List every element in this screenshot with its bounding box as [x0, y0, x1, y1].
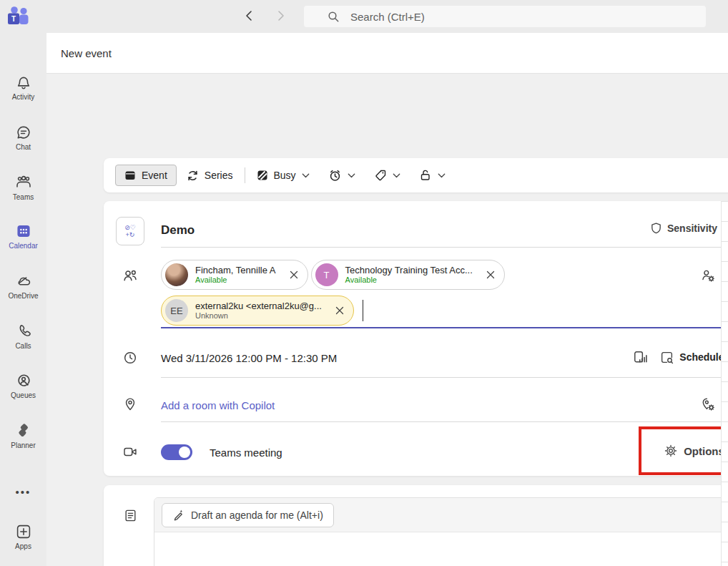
editor-header: Draft an agenda for me (Alt+i)	[154, 498, 728, 532]
sidebar-item-teams[interactable]: Teams	[0, 173, 46, 201]
show-as-busy-dropdown[interactable]: Busy	[257, 170, 310, 181]
search-box[interactable]	[304, 6, 706, 27]
people-group-icon	[0, 173, 46, 192]
category-dropdown[interactable]	[374, 169, 400, 182]
row-divider	[161, 421, 728, 422]
availability-button[interactable]	[633, 350, 647, 364]
options-label: Options	[684, 445, 724, 457]
sidebar-item-planner[interactable]: Planner	[0, 421, 46, 449]
datetime-field[interactable]: Wed 3/11/2026 12:00 PM - 12:30 PM	[161, 352, 337, 364]
attendee-name: Fincham, Tennille A	[195, 265, 276, 275]
svg-text:T: T	[11, 15, 16, 23]
sidebar-label: Queues	[0, 391, 46, 399]
event-title-field[interactable]: Demo	[161, 223, 195, 238]
sidebar-item-calls[interactable]: Calls	[0, 322, 46, 350]
teams-meeting-label: Teams meeting	[210, 447, 282, 459]
attendees-icon	[123, 268, 138, 283]
attendee-pill-external[interactable]: EE external2ku <external2ku@g... Unknown	[161, 296, 354, 326]
description-editor[interactable]: Draft an agenda for me (Alt+i) A	[154, 497, 728, 566]
annotation-highlight: Options	[639, 426, 728, 475]
sidebar-label: Calendar	[0, 242, 46, 250]
attendee-pill[interactable]: Fincham, Tennille A Available	[161, 260, 308, 290]
shield-icon	[650, 222, 662, 235]
scheduler-icon	[660, 351, 674, 364]
attendee-pill[interactable]: T Technology Training Test Acc... Availa…	[311, 260, 505, 290]
sensitivity-label: Sensitivity	[667, 223, 717, 234]
meeting-options-button[interactable]: Options	[664, 444, 724, 457]
camera-icon	[123, 445, 138, 459]
location-pin-icon	[123, 397, 137, 411]
alarm-icon	[328, 169, 342, 182]
more-icon: •••	[0, 482, 46, 501]
sidebar-item-calendar[interactable]: Calendar	[0, 222, 46, 250]
teams-logo-icon: T	[6, 5, 31, 28]
avatar: T	[315, 263, 338, 286]
teams-meeting-toggle[interactable]	[161, 444, 192, 460]
add-room-copilot-link[interactable]: Add a room with Copilot	[161, 399, 275, 411]
draft-agenda-button[interactable]: Draft an agenda for me (Alt+i)	[162, 503, 334, 527]
copilot-pen-icon	[172, 509, 185, 521]
chevron-down-icon	[438, 173, 446, 178]
page-header: New event	[46, 33, 728, 74]
remove-attendee-button[interactable]	[289, 270, 299, 280]
tab-event[interactable]: Event	[115, 165, 177, 186]
avatar	[165, 263, 188, 286]
scheduler-button[interactable]: Scheduler	[660, 351, 728, 364]
sidebar-item-apps[interactable]: Apps	[0, 522, 46, 550]
back-button[interactable]	[243, 9, 256, 22]
row-divider	[161, 247, 728, 248]
sidebar-item-onedrive[interactable]: OneDrive	[0, 272, 46, 300]
toolbar-divider	[245, 167, 245, 183]
sidebar-label: Teams	[0, 193, 46, 201]
sidebar-item-chat[interactable]: Chat	[0, 123, 46, 151]
close-icon	[289, 270, 299, 280]
event-calendar-icon	[124, 170, 136, 181]
chevron-down-icon	[393, 173, 400, 178]
attendee-name: Technology Training Test Acc...	[345, 265, 473, 275]
clock-icon	[123, 351, 137, 365]
repeat-icon	[187, 170, 199, 182]
remove-attendee-button[interactable]	[486, 270, 496, 280]
event-form-area: Event Series Busy	[46, 74, 728, 566]
tab-series-label: Series	[205, 170, 233, 181]
sidebar-label: Chat	[0, 143, 46, 151]
close-icon	[486, 270, 496, 280]
attendee-status: Available	[195, 275, 276, 285]
tab-event-label: Event	[142, 170, 167, 181]
search-icon	[328, 11, 340, 23]
app-rail: Activity Chat Teams Calendar	[0, 33, 46, 566]
forward-button[interactable]	[274, 9, 287, 22]
app-top-bar: T	[0, 0, 728, 33]
search-input[interactable]	[350, 11, 651, 23]
phone-icon	[0, 322, 46, 341]
busy-icon	[257, 170, 268, 181]
sidebar-label: Activity	[0, 93, 46, 101]
sidebar-label: Calls	[0, 342, 46, 350]
row-divider	[161, 377, 728, 378]
attendee-name: external2ku <external2ku@g...	[195, 301, 322, 311]
calendar-day-edge	[721, 201, 728, 566]
sidebar-label: Planner	[0, 441, 46, 449]
sidebar-label: Apps	[0, 542, 46, 550]
remove-attendee-button[interactable]	[335, 306, 345, 316]
sidebar-item-activity[interactable]: Activity	[0, 73, 46, 101]
reminder-dropdown[interactable]	[328, 169, 355, 182]
bell-icon	[0, 73, 46, 92]
attendee-status: Available	[345, 275, 473, 285]
event-body-card: Draft an agenda for me (Alt+i) A	[104, 485, 728, 566]
agenda-notes-icon	[124, 509, 137, 522]
gear-icon	[664, 444, 677, 457]
chat-icon	[0, 123, 46, 142]
person-gear-icon	[700, 268, 716, 283]
editor-body[interactable]	[154, 532, 728, 566]
sidebar-label: OneDrive	[0, 292, 46, 300]
sidebar-item-queues[interactable]: Queues	[0, 371, 46, 399]
event-category-icon[interactable]: ⊘♡+↻	[116, 217, 144, 245]
tab-series[interactable]: Series	[187, 170, 233, 182]
event-details-card: ⊘♡+↻ Demo Sensitivity Fincham, Tennil	[104, 201, 728, 476]
busy-label: Busy	[274, 170, 296, 181]
response-options-dropdown[interactable]	[419, 169, 446, 182]
attendees-field[interactable]: Fincham, Tennille A Available T Technolo…	[161, 260, 505, 326]
sensitivity-dropdown[interactable]: Sensitivity	[650, 222, 728, 235]
sidebar-item-more[interactable]: •••	[0, 482, 46, 501]
